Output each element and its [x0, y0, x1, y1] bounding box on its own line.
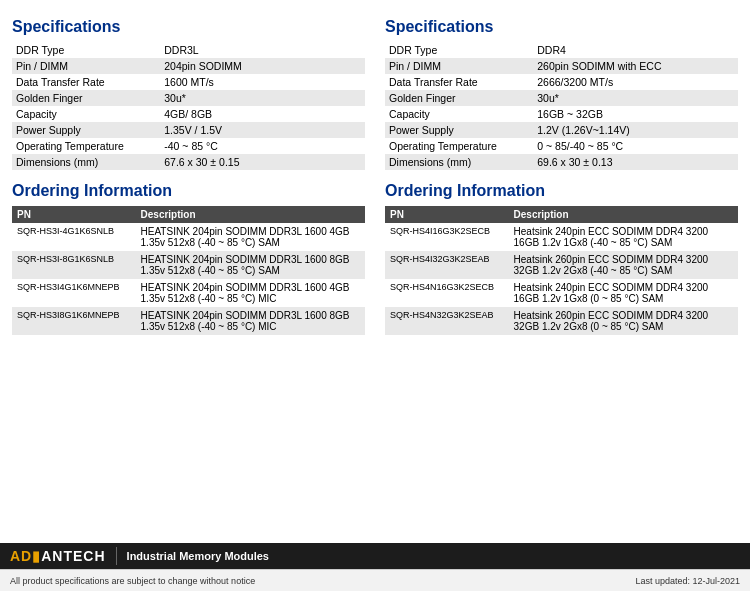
table-row: Golden Finger30u*: [385, 90, 738, 106]
spec-value: -40 ~ 85 °C: [160, 138, 365, 154]
left-ordering-title: Ordering Information: [12, 182, 365, 200]
desc-cell: HEATSINK 204pin SODIMM DDR3L 1600 8GB 1.…: [136, 307, 365, 335]
spec-label: Power Supply: [12, 122, 160, 138]
notice-left: All product specifications are subject t…: [10, 576, 255, 586]
desc-cell: Heatsink 260pin ECC SODIMM DDR4 3200 32G…: [509, 251, 738, 279]
brand-highlight-v: ▮: [32, 548, 41, 564]
spec-label: Golden Finger: [385, 90, 533, 106]
table-row: Power Supply1.2V (1.26V~1.14V): [385, 122, 738, 138]
spec-value: 2666/3200 MT/s: [533, 74, 738, 90]
spec-label: Data Transfer Rate: [12, 74, 160, 90]
spec-label: Operating Temperature: [12, 138, 160, 154]
spec-value: 1.2V (1.26V~1.14V): [533, 122, 738, 138]
spec-label: Capacity: [385, 106, 533, 122]
left-spec-table: DDR TypeDDR3LPin / DIMM204pin SODIMMData…: [12, 42, 365, 170]
right-ordering-title: Ordering Information: [385, 182, 738, 200]
spec-value: 260pin SODIMM with ECC: [533, 58, 738, 74]
spec-label: Power Supply: [385, 122, 533, 138]
list-item: SQR-HS4N32G3K2SEABHeatsink 260pin ECC SO…: [385, 307, 738, 335]
pn-cell: SQR-HS4N32G3K2SEAB: [385, 307, 509, 335]
table-row: DDR TypeDDR3L: [12, 42, 365, 58]
table-row: Dimensions (mm)69.6 x 30 ± 0.13: [385, 154, 738, 170]
right-spec-table: DDR TypeDDR4Pin / DIMM260pin SODIMM with…: [385, 42, 738, 170]
left-spec-title: Specifications: [12, 18, 365, 36]
spec-value: 30u*: [160, 90, 365, 106]
table-row: Golden Finger30u*: [12, 90, 365, 106]
brand-highlight-ad: AD: [10, 548, 32, 564]
table-row: Operating Temperature-40 ~ 85 °C: [12, 138, 365, 154]
spec-label: Pin / DIMM: [385, 58, 533, 74]
footer-tagline: Industrial Memory Modules: [127, 550, 269, 562]
spec-label: Pin / DIMM: [12, 58, 160, 74]
list-item: SQR-HS4I16G3K2SECBHeatsink 240pin ECC SO…: [385, 223, 738, 251]
spec-value: 69.6 x 30 ± 0.13: [533, 154, 738, 170]
spec-label: Capacity: [12, 106, 160, 122]
table-row: Capacity16GB ~ 32GB: [385, 106, 738, 122]
desc-cell: Heatsink 240pin ECC SODIMM DDR4 3200 16G…: [509, 279, 738, 307]
column-header: Description: [136, 206, 365, 223]
spec-value: 0 ~ 85/-40 ~ 85 °C: [533, 138, 738, 154]
spec-value: 4GB/ 8GB: [160, 106, 365, 122]
table-row: Operating Temperature0 ~ 85/-40 ~ 85 °C: [385, 138, 738, 154]
pn-cell: SQR-HS4N16G3K2SECB: [385, 279, 509, 307]
desc-cell: HEATSINK 204pin SODIMM DDR3L 1600 8GB 1.…: [136, 251, 365, 279]
spec-label: Data Transfer Rate: [385, 74, 533, 90]
notice-bar: All product specifications are subject t…: [0, 569, 750, 591]
table-row: Dimensions (mm)67.6 x 30 ± 0.15: [12, 154, 365, 170]
right-spec-title: Specifications: [385, 18, 738, 36]
notice-right: Last updated: 12-Jul-2021: [635, 576, 740, 586]
spec-label: Operating Temperature: [385, 138, 533, 154]
list-item: SQR-HS3I-8G1K6SNLBHEATSINK 204pin SODIMM…: [12, 251, 365, 279]
spec-label: Golden Finger: [12, 90, 160, 106]
column-header: PN: [385, 206, 509, 223]
desc-cell: HEATSINK 204pin SODIMM DDR3L 1600 4GB 1.…: [136, 279, 365, 307]
table-row: Pin / DIMM260pin SODIMM with ECC: [385, 58, 738, 74]
spec-value: DDR4: [533, 42, 738, 58]
brand-block: AD▮ANTECH: [10, 548, 106, 564]
pn-cell: SQR-HS3I4G1K6MNEPB: [12, 279, 136, 307]
spec-label: DDR Type: [12, 42, 160, 58]
table-row: Pin / DIMM204pin SODIMM: [12, 58, 365, 74]
right-column: Specifications DDR TypeDDR4Pin / DIMM260…: [385, 10, 738, 335]
pn-cell: SQR-HS3I8G1K6MNEPB: [12, 307, 136, 335]
table-row: Power Supply1.35V / 1.5V: [12, 122, 365, 138]
table-row: Data Transfer Rate2666/3200 MT/s: [385, 74, 738, 90]
table-row: DDR TypeDDR4: [385, 42, 738, 58]
desc-cell: Heatsink 240pin ECC SODIMM DDR4 3200 16G…: [509, 223, 738, 251]
left-column: Specifications DDR TypeDDR3LPin / DIMM20…: [12, 10, 365, 335]
spec-value: 67.6 x 30 ± 0.15: [160, 154, 365, 170]
pn-cell: SQR-HS3I-4G1K6SNLB: [12, 223, 136, 251]
column-header: Description: [509, 206, 738, 223]
pn-cell: SQR-HS4I32G3K2SEAB: [385, 251, 509, 279]
list-item: SQR-HS3I4G1K6MNEPBHEATSINK 204pin SODIMM…: [12, 279, 365, 307]
spec-value: 204pin SODIMM: [160, 58, 365, 74]
footer-divider: [116, 547, 117, 565]
desc-cell: Heatsink 260pin ECC SODIMM DDR4 3200 32G…: [509, 307, 738, 335]
spec-value: 1600 MT/s: [160, 74, 365, 90]
spec-value: 1.35V / 1.5V: [160, 122, 365, 138]
list-item: SQR-HS4I32G3K2SEABHeatsink 260pin ECC SO…: [385, 251, 738, 279]
table-row: Data Transfer Rate1600 MT/s: [12, 74, 365, 90]
spec-value: 16GB ~ 32GB: [533, 106, 738, 122]
pn-cell: SQR-HS3I-8G1K6SNLB: [12, 251, 136, 279]
brand-antech: ANTECH: [41, 548, 105, 564]
list-item: SQR-HS4N16G3K2SECBHeatsink 240pin ECC SO…: [385, 279, 738, 307]
right-ordering-table: PNDescription SQR-HS4I16G3K2SECBHeatsink…: [385, 206, 738, 335]
column-header: PN: [12, 206, 136, 223]
pn-cell: SQR-HS4I16G3K2SECB: [385, 223, 509, 251]
spec-label: Dimensions (mm): [385, 154, 533, 170]
footer-bar: AD▮ANTECH Industrial Memory Modules: [0, 543, 750, 569]
spec-label: Dimensions (mm): [12, 154, 160, 170]
brand-text: AD▮ANTECH: [10, 548, 106, 564]
spec-value: DDR3L: [160, 42, 365, 58]
spec-label: DDR Type: [385, 42, 533, 58]
table-row: Capacity4GB/ 8GB: [12, 106, 365, 122]
list-item: SQR-HS3I-4G1K6SNLBHEATSINK 204pin SODIMM…: [12, 223, 365, 251]
spec-value: 30u*: [533, 90, 738, 106]
left-ordering-table: PNDescription SQR-HS3I-4G1K6SNLBHEATSINK…: [12, 206, 365, 335]
list-item: SQR-HS3I8G1K6MNEPBHEATSINK 204pin SODIMM…: [12, 307, 365, 335]
desc-cell: HEATSINK 204pin SODIMM DDR3L 1600 4GB 1.…: [136, 223, 365, 251]
